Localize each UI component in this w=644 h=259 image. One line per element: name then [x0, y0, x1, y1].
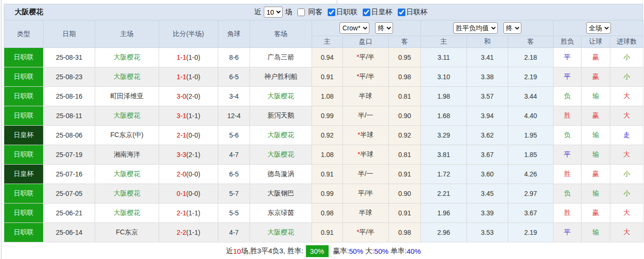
fulltime-score: 0-1	[177, 190, 186, 197]
away-team-link[interactable]: 东京绿茵	[250, 204, 312, 223]
result-wdl: 负	[554, 87, 581, 106]
away-team-link[interactable]: 大阪樱花	[250, 145, 312, 165]
table-row: 日职联 25-08-11 大阪樱花 3-1(1-1) 12-4 新泻天鹅 0.9…	[4, 106, 644, 126]
avg-time-select[interactable]: 终	[503, 22, 521, 34]
away-team-link[interactable]: 广岛三箭	[250, 48, 312, 67]
avg-odds-home: 2.96	[421, 223, 467, 242]
avg-odds-draw: 3.41	[467, 48, 508, 67]
league-badge: 日职联	[4, 87, 44, 106]
jleague-checkbox[interactable]	[328, 9, 335, 16]
home-team-link[interactable]: 大阪樱花	[95, 184, 159, 204]
single-rate: 40%	[407, 247, 421, 255]
avg-odds-draw: 3.94	[467, 106, 508, 126]
avg-odds-controls: 胜平负均值 终	[421, 20, 554, 36]
handicap-odds-home: 1.08	[312, 87, 343, 106]
avg-odds-away: 2.19	[508, 67, 554, 87]
score-cell[interactable]: 3-1(1-1)	[159, 106, 218, 126]
avg-odds-draw: 3.39	[467, 204, 508, 223]
match-date: 25-08-31	[44, 48, 95, 67]
league-cup-checkbox[interactable]	[398, 9, 405, 16]
corner-score: 6-5	[218, 165, 250, 184]
home-team-link[interactable]: 大阪樱花	[95, 67, 159, 87]
col-header-date: 日期	[44, 20, 95, 48]
sub-header-avg-away: 客	[508, 36, 554, 48]
home-team-link[interactable]: 湘南海洋	[95, 145, 159, 165]
away-team-link[interactable]: 德岛漩涡	[250, 165, 312, 184]
handicap-line: 半/一	[343, 165, 389, 184]
home-team-link[interactable]: FC东京	[95, 223, 159, 242]
same-away-label: 同客	[308, 8, 322, 17]
league-badge: 日职联	[4, 48, 44, 67]
handicap-line-text: 平/半	[359, 73, 375, 80]
score-cell[interactable]: 1-1(1-0)	[159, 48, 218, 67]
avg-odds-draw: 3.67	[467, 145, 508, 165]
away-team-link[interactable]: 大阪钢巴	[250, 184, 312, 204]
top-strip	[1, 0, 644, 4]
avg-odds-home: 1.96	[421, 204, 467, 223]
handicap-line: *半球	[343, 126, 389, 145]
halftime-score: (2-1)	[186, 151, 200, 158]
avg-odds-draw: 3.62	[467, 126, 508, 145]
away-team-link[interactable]: 神户胜利船	[250, 67, 312, 87]
result-wdl: 平	[554, 67, 581, 87]
home-team-link[interactable]: FC东京(中)	[95, 126, 159, 145]
away-team-link[interactable]: 新泻天鹅	[250, 106, 312, 126]
away-team-link[interactable]: 大阪樱花	[250, 223, 312, 242]
score-cell[interactable]: 2-1(0-0)	[159, 126, 218, 145]
table-row: 日职联 25-08-23 大阪樱花 1-1(1-0) 6-5 神户胜利船 0.9…	[4, 67, 644, 87]
home-team-link[interactable]: 大阪樱花	[95, 204, 159, 223]
table-row: 日皇杯 25-07-16 大阪樱花 2-0(0-0) 6-5 德岛漩涡 0.91…	[4, 165, 644, 184]
match-date: 25-08-11	[44, 106, 95, 126]
corner-score: 5-5	[218, 204, 250, 223]
title-bar: 大阪樱花 近 10 场 同客 日职联 日皇杯 日联杯	[4, 4, 643, 20]
emperors-cup-checkbox[interactable]	[363, 9, 370, 16]
scope-select[interactable]: 全场	[586, 22, 611, 34]
home-team-link[interactable]: 大阪樱花	[95, 165, 159, 184]
col-header-corner: 角球	[218, 20, 250, 48]
away-team-link[interactable]: 大阪樱花	[250, 126, 312, 145]
home-team-link[interactable]: 町田泽维亚	[95, 87, 159, 106]
score-cell[interactable]: 0-1(0-0)	[159, 184, 218, 204]
result-goals: 小	[610, 67, 644, 87]
filter-toolbar: 近 10 场 同客 日职联 日皇杯 日联杯	[254, 4, 428, 20]
result-wdl: 平	[554, 145, 581, 165]
handicap-line: 半球	[343, 204, 389, 223]
big-label: 大:	[363, 247, 374, 256]
avg-odds-away: 2.97	[508, 184, 554, 204]
avg-odds-draw: 3.57	[467, 87, 508, 106]
score-cell[interactable]: 2-2(1-1)	[159, 223, 218, 242]
score-cell[interactable]: 2-1(1-1)	[159, 204, 218, 223]
result-handicap: 赢	[581, 48, 610, 67]
match-history-table: 类型 日期 主场 比分(半场) 角球 客场 Crow* 终 胜平负均值 终	[4, 20, 644, 242]
result-handicap: 输	[581, 126, 610, 145]
handicap-line-text: 半/一	[358, 111, 373, 119]
match-date: 25-08-06	[44, 126, 95, 145]
avg-odds-home: 3.81	[421, 145, 467, 165]
fulltime-score: 2-1	[177, 131, 186, 139]
odds-source-select[interactable]: Crow*	[340, 22, 369, 34]
halftime-score: (0-0)	[186, 131, 200, 139]
page-left-border	[1, 0, 1, 259]
score-cell[interactable]: 1-1(1-0)	[159, 67, 218, 87]
avg-odds-home: 3.10	[421, 67, 467, 87]
score-cell[interactable]: 2-0(0-0)	[159, 165, 218, 184]
score-cell[interactable]: 3-0(2-0)	[159, 87, 218, 106]
handicap-odds-home: 0.91	[312, 67, 343, 87]
col-header-away: 客场	[250, 20, 312, 48]
handicap-line: *平/半	[343, 223, 389, 242]
match-date: 25-07-16	[44, 165, 95, 184]
result-goals: 大	[610, 223, 644, 242]
fulltime-score: 1-1	[177, 54, 186, 61]
recent-count-select[interactable]: 10	[264, 7, 283, 18]
fulltime-score: 3-1	[177, 112, 186, 120]
away-team-link[interactable]: 大阪樱花	[250, 87, 312, 106]
home-team-link[interactable]: 大阪樱花	[95, 48, 159, 67]
result-handicap: 输	[581, 223, 610, 242]
fulltime-score: 3-3	[177, 151, 186, 158]
same-away-checkbox[interactable]	[297, 9, 305, 16]
handicap-odds-away: 0.90	[389, 184, 421, 204]
avg-odds-select[interactable]: 胜平负均值	[453, 22, 498, 34]
odds-time-select[interactable]: 终	[375, 22, 393, 34]
score-cell[interactable]: 3-3(2-1)	[159, 145, 218, 165]
home-team-link[interactable]: 大阪樱花	[95, 106, 159, 126]
